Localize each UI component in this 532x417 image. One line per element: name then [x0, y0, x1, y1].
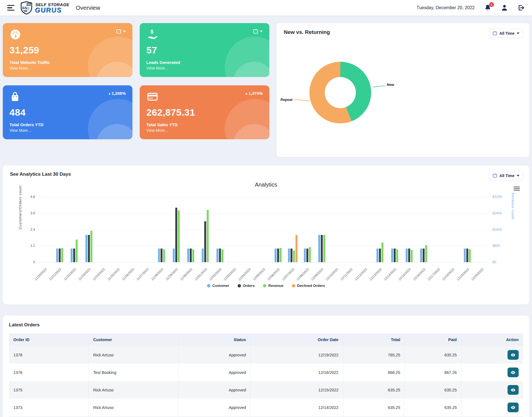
bar-customer[interactable] — [158, 249, 160, 262]
legend-dot — [238, 284, 241, 287]
legend-item-customer[interactable]: Customer — [207, 284, 229, 288]
bar-customer[interactable] — [318, 235, 320, 262]
x-axis-label: 12/02/2022 — [208, 267, 222, 281]
increase-arrow-icon: ▲ — [108, 92, 111, 95]
bars-container — [38, 197, 489, 262]
new-vs-returning-panel: New vs. Returning All Time New Repeat — [277, 23, 529, 157]
analytics-time-filter-button[interactable]: All Time — [489, 171, 523, 180]
bar-revenue[interactable] — [207, 210, 209, 262]
bar-revenue[interactable] — [163, 249, 165, 262]
x-axis-label: 11/21/2022 — [48, 267, 62, 281]
bar-revenue[interactable] — [381, 242, 383, 262]
logout-button[interactable] — [518, 4, 525, 11]
x-axis-label: 12/18/2022 — [441, 267, 455, 281]
legend-item-orders[interactable]: Orders — [238, 284, 255, 288]
bar-group — [300, 197, 314, 262]
filter-label: All Time — [499, 173, 514, 178]
hamburger-menu-icon[interactable] — [7, 5, 14, 11]
legend-item-declined-orders[interactable]: Declined Orders — [292, 284, 325, 288]
bar-customer[interactable] — [71, 249, 73, 262]
top-navbar: SS G SELF STORAGE GURUS Overview Tuesday… — [0, 0, 532, 16]
view-order-button[interactable] — [508, 385, 519, 395]
bar-customer[interactable] — [85, 235, 87, 262]
view-order-button[interactable] — [508, 403, 519, 412]
bar-revenue[interactable] — [293, 250, 295, 262]
bar-orders[interactable] — [423, 249, 425, 262]
bar-revenue[interactable] — [411, 250, 413, 262]
legend-label: Orders — [243, 284, 255, 288]
bar-orders[interactable] — [161, 249, 162, 262]
bar-declined-orders[interactable] — [295, 235, 297, 262]
bar-orders[interactable] — [175, 208, 177, 262]
bar-revenue[interactable] — [469, 249, 471, 262]
bar-customer[interactable] — [304, 249, 306, 262]
bar-orders[interactable] — [379, 249, 381, 262]
stat-label: Total Website Traffic — [9, 60, 126, 65]
bar-revenue[interactable] — [323, 235, 325, 262]
bar-orders[interactable] — [408, 249, 410, 262]
bar-orders[interactable] — [394, 249, 396, 262]
bar-orders[interactable] — [88, 235, 90, 262]
bar-orders[interactable] — [321, 235, 323, 262]
view-order-button[interactable] — [508, 368, 519, 377]
bar-revenue[interactable] — [309, 247, 311, 262]
legend-dot — [292, 284, 295, 287]
calendar-icon — [253, 29, 258, 34]
bar-revenue[interactable] — [280, 248, 282, 262]
order-customer: Rick Artuso — [88, 346, 178, 364]
bar-orders[interactable] — [306, 249, 308, 262]
bar-revenue[interactable] — [221, 249, 223, 262]
donut-time-filter-button[interactable]: All Time — [489, 29, 523, 38]
bar-customer[interactable] — [187, 249, 189, 262]
bar-revenue[interactable] — [396, 249, 398, 262]
bar-customer[interactable] — [56, 249, 58, 262]
bar-revenue[interactable] — [192, 249, 194, 262]
bar-revenue[interactable] — [76, 240, 78, 262]
bar-orders[interactable] — [277, 249, 279, 262]
bar-group — [358, 197, 373, 262]
bar-customer[interactable] — [391, 249, 393, 262]
bar-orders[interactable] — [190, 249, 192, 262]
bar-customer[interactable] — [216, 249, 218, 262]
order-date: 12/14/2022 — [251, 399, 343, 416]
bar-customer[interactable] — [406, 249, 408, 262]
bar-customer[interactable] — [275, 249, 277, 262]
legend-label: Declined Orders — [297, 284, 325, 288]
view-more-link[interactable]: View More... — [146, 66, 263, 70]
bar-orders[interactable] — [73, 249, 75, 262]
view-more-link[interactable]: View More... — [146, 128, 263, 133]
bar-customer[interactable] — [173, 249, 175, 262]
bar-orders[interactable] — [466, 249, 468, 262]
chevron-down-icon — [123, 31, 126, 32]
bar-customer[interactable] — [420, 249, 422, 262]
donut-chart[interactable] — [309, 62, 371, 123]
order-customer: Test Booking — [88, 364, 178, 381]
eye-icon — [511, 405, 516, 410]
bar-orders[interactable] — [219, 249, 221, 262]
view-more-link[interactable]: View More... — [9, 128, 126, 133]
profile-button[interactable] — [501, 4, 508, 11]
stat-delta: ▲ 1,208% — [108, 91, 126, 96]
chart-x-axis-labels: 11/20/202211/21/202211/22/202211/23/2022… — [38, 264, 489, 281]
bar-revenue[interactable] — [425, 245, 427, 262]
bar-customer[interactable] — [464, 249, 466, 262]
bar-customer[interactable] — [202, 249, 204, 262]
bar-customer[interactable] — [288, 249, 290, 262]
stat-label: Leads Generated — [146, 60, 263, 65]
card-calendar-filter[interactable] — [116, 29, 126, 34]
bar-revenue[interactable] — [90, 231, 92, 262]
card-calendar-filter[interactable] — [253, 29, 263, 34]
notifications-button[interactable]: 5 — [484, 4, 491, 11]
x-axis-label: 11/20/2022 — [34, 267, 48, 281]
view-order-button[interactable] — [508, 350, 519, 360]
order-id: 1378 — [9, 346, 88, 364]
view-more-link[interactable]: View More... — [9, 66, 126, 70]
bar-orders[interactable] — [204, 221, 206, 262]
brand-logo[interactable]: SS G SELF STORAGE GURUS — [20, 1, 69, 14]
bar-customer[interactable] — [376, 249, 378, 262]
legend-item-revenue[interactable]: Revenue — [263, 284, 283, 288]
bar-orders[interactable] — [59, 249, 61, 262]
bar-revenue[interactable] — [61, 248, 63, 262]
bar-orders[interactable] — [290, 249, 292, 262]
bar-revenue[interactable] — [178, 210, 180, 262]
